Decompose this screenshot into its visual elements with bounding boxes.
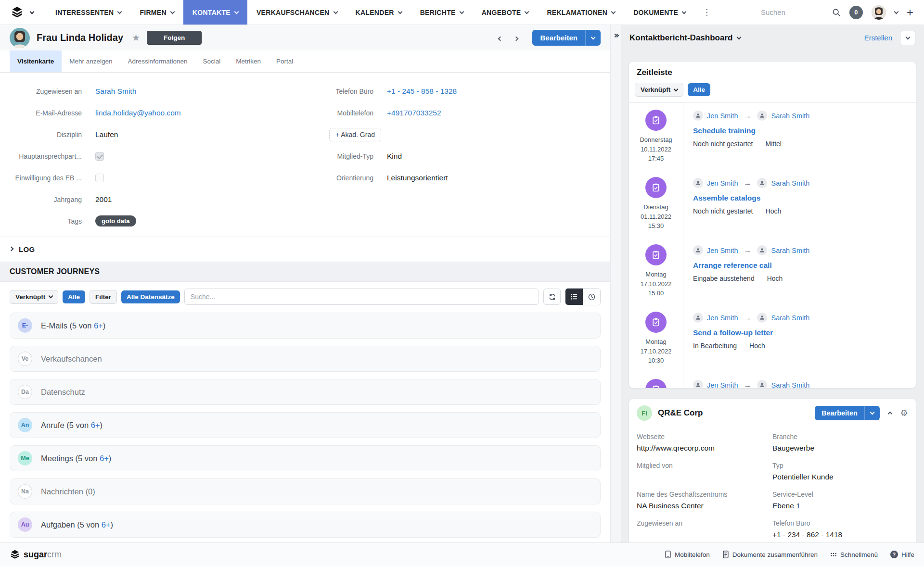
- journeys-search-input[interactable]: [184, 289, 539, 305]
- edit-button[interactable]: Bearbeiten: [532, 30, 601, 46]
- to-user-link[interactable]: Sarah Smith: [771, 314, 809, 322]
- chevron-down-icon: [611, 9, 616, 14]
- user-icon: [693, 111, 703, 121]
- journeys-all-records-button[interactable]: Alle Datensätze: [121, 290, 180, 303]
- task-title-link[interactable]: Send a follow-up letter: [693, 328, 909, 337]
- nav-item-reklamationen[interactable]: REKLAMATIONEN: [538, 0, 624, 25]
- footer-dokumente-zusammenfuehren[interactable]: Dokumente zusammenführen: [722, 551, 818, 558]
- add-degree-button[interactable]: + Akad. Grad: [329, 128, 381, 141]
- journey-item-aufgaben[interactable]: Au Aufgaben (5 von 6+): [10, 512, 601, 538]
- gear-icon[interactable]: ⚙: [900, 408, 908, 418]
- tab-adressinformationen[interactable]: Adressinformationen: [120, 50, 195, 72]
- nav-item-verkaufschancen[interactable]: VERKAUFSCHANCEN: [247, 0, 346, 25]
- user-avatar[interactable]: [872, 5, 886, 20]
- account-name[interactable]: QR&E Corp: [658, 408, 804, 418]
- business-center-link[interactable]: NA Business Center: [637, 502, 769, 510]
- nav-item-kontakte[interactable]: KONTAKTE: [183, 0, 247, 25]
- chevron-down-icon[interactable]: [737, 35, 742, 39]
- from-user-link[interactable]: Jen Smith: [707, 112, 738, 120]
- from-user-link[interactable]: Jen Smith: [707, 314, 738, 322]
- task-priority: Hoch: [766, 207, 782, 215]
- chevron-down-icon[interactable]: [894, 9, 899, 14]
- journey-item-nachrichten[interactable]: Na Nachrichten (0): [10, 478, 601, 504]
- tab-social[interactable]: Social: [195, 50, 228, 72]
- website-link[interactable]: http://www.qrecorp.com: [637, 444, 769, 453]
- search-icon[interactable]: [832, 8, 841, 17]
- from-user-link[interactable]: Jen Smith: [707, 381, 738, 389]
- tag-pill[interactable]: goto data: [95, 215, 136, 226]
- arrow-right-icon: →: [742, 314, 753, 322]
- record-header: Frau Linda Holiday ★ Folgen Bearbeiten: [0, 25, 610, 50]
- journey-item-meetings[interactable]: Me Meetings (5 von 6+): [10, 445, 601, 471]
- task-title-link[interactable]: Arrange reference call: [693, 261, 909, 270]
- follow-button[interactable]: Folgen: [147, 31, 202, 45]
- nav-item-berichte[interactable]: BERICHTE: [411, 0, 473, 25]
- to-user-link[interactable]: Sarah Smith: [771, 381, 809, 389]
- collapse-dashlet-icon[interactable]: [886, 409, 895, 417]
- from-user-link[interactable]: Jen Smith: [707, 247, 738, 254]
- nav-item-angebote[interactable]: ANGEBOTE: [473, 0, 538, 25]
- dashboard-dropdown-icon[interactable]: [900, 31, 915, 45]
- arrow-right-icon: →: [742, 246, 753, 255]
- task-title-link[interactable]: Schedule training: [693, 126, 909, 135]
- footer-hilfe[interactable]: ? Hilfe: [890, 551, 914, 558]
- more-menu-icon[interactable]: ⋮: [695, 0, 719, 25]
- next-record-icon[interactable]: [512, 31, 521, 45]
- to-user-link[interactable]: Sarah Smith: [771, 179, 809, 187]
- journeys-linked-dropdown[interactable]: Verknüpft: [10, 290, 58, 304]
- edit-dropdown-icon[interactable]: [585, 30, 601, 46]
- primary-contact-checkbox[interactable]: [95, 152, 104, 161]
- field-member-type: Mitglied-Typ Kind: [305, 145, 610, 167]
- journey-item-verkaufschancen[interactable]: Ve Verkaufschancen: [10, 346, 601, 372]
- nav-item-interessenten[interactable]: INTERESSENTEN: [46, 0, 130, 25]
- nav-item-dokumente[interactable]: DOKUMENTE: [624, 0, 695, 25]
- account-phone-link[interactable]: +1 - 234 - 862 - 1418: [772, 530, 904, 539]
- previous-record-icon[interactable]: [496, 31, 505, 45]
- log-section-toggle[interactable]: LOG: [0, 237, 610, 262]
- account-edit-button[interactable]: Bearbeiten: [815, 406, 880, 420]
- timeline-all-badge[interactable]: Alle: [688, 83, 710, 96]
- tab-mehr-anzeigen[interactable]: Mehr anzeigen: [62, 50, 120, 72]
- to-user-link[interactable]: Sarah Smith: [771, 247, 809, 254]
- history-view-icon[interactable]: [583, 289, 600, 305]
- sugarcrm-footer-logo[interactable]: sugarcrm: [10, 549, 62, 560]
- journeys-filter-button[interactable]: Filter: [90, 290, 117, 304]
- field-service-level: Service-Level Ebene 1: [772, 486, 908, 515]
- app-logo[interactable]: [0, 0, 46, 25]
- field-orientation: Orientierung Leistungsorientiert: [305, 167, 610, 189]
- journey-item-emails[interactable]: E- E-Mails (5 von 6+): [10, 313, 601, 339]
- refresh-icon[interactable]: [543, 289, 561, 305]
- to-user-link[interactable]: Sarah Smith: [771, 112, 809, 120]
- dashboard-title[interactable]: Kontaktbericht-Dashboard: [629, 33, 732, 43]
- record-pane: Frau Linda Holiday ★ Folgen Bearbeiten V…: [0, 25, 610, 542]
- tab-portal[interactable]: Portal: [269, 50, 301, 72]
- consent-checkbox[interactable]: [95, 174, 104, 182]
- office-phone-link[interactable]: +1 - 245 - 858 - 1328: [387, 87, 457, 96]
- tab-visitenkarte[interactable]: Visitenkarte: [10, 50, 62, 72]
- journeys-all-badge[interactable]: Alle: [63, 290, 85, 303]
- footer-mobiltelefon[interactable]: Mobiltelefon: [665, 551, 710, 558]
- footer-schnellmenue[interactable]: Schnellmenü: [830, 551, 878, 558]
- favorite-star-icon[interactable]: ★: [132, 32, 140, 43]
- mobile-phone-link[interactable]: +491707033252: [387, 109, 441, 117]
- task-priority: Mittel: [766, 140, 782, 148]
- panel-collapse-strip[interactable]: [610, 25, 621, 542]
- task-title-link[interactable]: Assemble catalogs: [693, 194, 909, 202]
- journey-item-datenschutz[interactable]: Da Datenschutz: [10, 379, 601, 405]
- journey-item-anrufe[interactable]: An Anrufe (5 von 6+): [10, 412, 601, 438]
- create-dashboard-button[interactable]: Erstellen: [864, 34, 892, 42]
- from-user-link[interactable]: Jen Smith: [707, 179, 738, 187]
- assigned-user-link[interactable]: Sarah Smith: [95, 87, 136, 96]
- email-link[interactable]: linda.holiday@yahoo.com: [95, 109, 181, 117]
- edit-dropdown-icon[interactable]: [864, 406, 880, 420]
- notification-badge[interactable]: 0: [849, 6, 863, 19]
- chevron-down-icon: [170, 9, 175, 14]
- list-view-icon[interactable]: [565, 289, 583, 305]
- tab-metriken[interactable]: Metriken: [228, 50, 269, 72]
- timeline-linked-dropdown[interactable]: Verknüpft: [635, 83, 683, 97]
- search-input[interactable]: [761, 8, 823, 16]
- field-typ: Typ Potentieller Kunde: [772, 457, 908, 486]
- nav-item-kalender[interactable]: KALENDER: [346, 0, 411, 25]
- quick-create-icon[interactable]: +: [907, 7, 913, 18]
- nav-item-firmen[interactable]: FIRMEN: [130, 0, 183, 25]
